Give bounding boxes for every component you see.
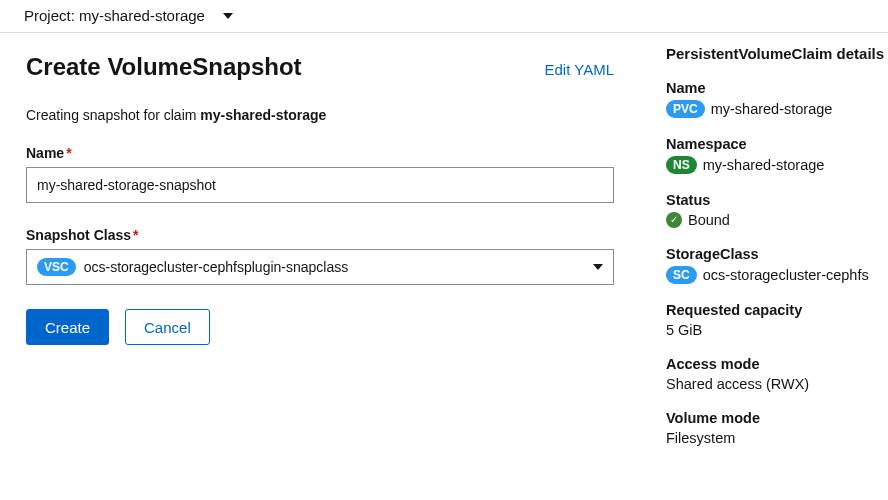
chevron-down-icon xyxy=(223,13,233,19)
snapshot-class-select[interactable]: VSC ocs-storagecluster-cephfsplugin-snap… xyxy=(26,249,614,285)
create-button[interactable]: Create xyxy=(26,309,109,345)
ns-badge: NS xyxy=(666,156,697,174)
detail-status-label: Status xyxy=(666,192,888,208)
cancel-button[interactable]: Cancel xyxy=(125,309,210,345)
sc-badge: SC xyxy=(666,266,697,284)
details-title: PersistentVolumeClaim details xyxy=(666,45,888,62)
detail-accessmode-label: Access mode xyxy=(666,356,888,372)
check-icon xyxy=(666,212,682,228)
detail-storageclass-label: StorageClass xyxy=(666,246,888,262)
project-selector[interactable]: Project: my-shared-storage xyxy=(0,0,888,33)
detail-capacity-value: 5 GiB xyxy=(666,322,888,338)
snapshot-class-label: Snapshot Class* xyxy=(26,227,614,243)
name-label: Name* xyxy=(26,145,614,161)
chevron-down-icon xyxy=(593,264,603,270)
project-prefix: Project: my-shared-storage xyxy=(24,7,205,24)
detail-capacity-label: Requested capacity xyxy=(666,302,888,318)
name-input[interactable] xyxy=(26,167,614,203)
detail-storageclass-value: SC ocs-storagecluster-cephfs xyxy=(666,266,888,284)
pvc-badge: PVC xyxy=(666,100,705,118)
detail-namespace-label: Namespace xyxy=(666,136,888,152)
page-title: Create VolumeSnapshot xyxy=(26,53,302,81)
snapshot-class-value: ocs-storagecluster-cephfsplugin-snapclas… xyxy=(84,259,349,275)
detail-name-value: PVC my-shared-storage xyxy=(666,100,888,118)
detail-accessmode-value: Shared access (RWX) xyxy=(666,376,888,392)
detail-namespace-value: NS my-shared-storage xyxy=(666,156,888,174)
detail-volumemode-value: Filesystem xyxy=(666,430,888,446)
detail-volumemode-label: Volume mode xyxy=(666,410,888,426)
subheader: Creating snapshot for claim my-shared-st… xyxy=(26,107,614,123)
detail-name-label: Name xyxy=(666,80,888,96)
vsc-badge: VSC xyxy=(37,258,76,276)
edit-yaml-link[interactable]: Edit YAML xyxy=(545,61,614,81)
detail-status-value: Bound xyxy=(666,212,888,228)
